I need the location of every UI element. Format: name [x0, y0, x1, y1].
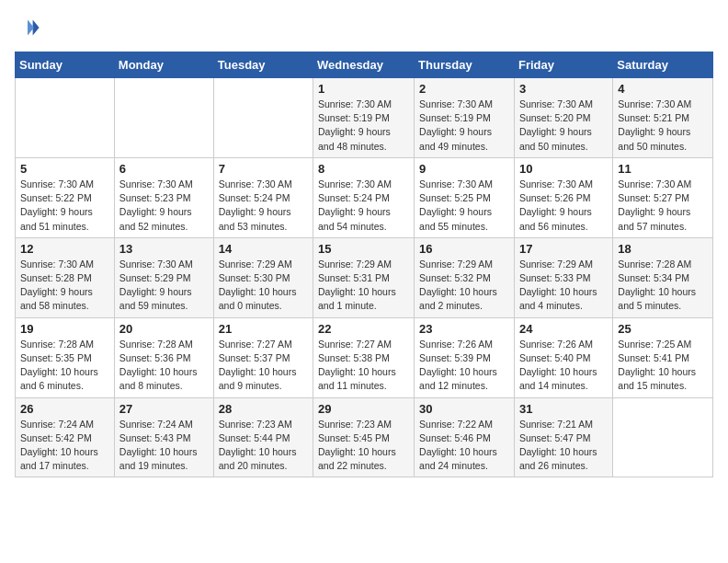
day-number: 2: [419, 82, 509, 96]
calendar-cell: 7Sunrise: 7:30 AM Sunset: 5:24 PM Daylig…: [213, 157, 313, 237]
day-detail: Sunrise: 7:25 AM Sunset: 5:41 PM Dayligh…: [618, 338, 708, 394]
day-number: 28: [219, 402, 308, 416]
day-detail: Sunrise: 7:22 AM Sunset: 5:46 PM Dayligh…: [419, 418, 509, 474]
calendar-cell: 9Sunrise: 7:30 AM Sunset: 5:25 PM Daylig…: [415, 157, 515, 237]
calendar-table: SundayMondayTuesdayWednesdayThursdayFrid…: [15, 52, 713, 477]
weekday-header: Sunday: [16, 52, 115, 78]
day-detail: Sunrise: 7:28 AM Sunset: 5:35 PM Dayligh…: [20, 338, 109, 394]
calendar-week-row: 19Sunrise: 7:28 AM Sunset: 5:35 PM Dayli…: [16, 317, 713, 397]
calendar-cell: 2Sunrise: 7:30 AM Sunset: 5:19 PM Daylig…: [415, 78, 515, 158]
day-number: 29: [318, 402, 409, 416]
day-detail: Sunrise: 7:29 AM Sunset: 5:32 PM Dayligh…: [419, 258, 509, 314]
calendar-cell: 19Sunrise: 7:28 AM Sunset: 5:35 PM Dayli…: [16, 317, 115, 397]
calendar-header-row: SundayMondayTuesdayWednesdayThursdayFrid…: [16, 52, 713, 78]
calendar-cell: 10Sunrise: 7:30 AM Sunset: 5:26 PM Dayli…: [514, 157, 612, 237]
calendar-cell: 27Sunrise: 7:24 AM Sunset: 5:43 PM Dayli…: [114, 397, 213, 477]
day-number: 12: [20, 242, 109, 256]
day-detail: Sunrise: 7:26 AM Sunset: 5:40 PM Dayligh…: [519, 338, 608, 394]
weekday-header: Wednesday: [313, 52, 415, 78]
day-detail: Sunrise: 7:23 AM Sunset: 5:44 PM Dayligh…: [219, 418, 308, 474]
day-number: 21: [219, 322, 308, 336]
day-detail: Sunrise: 7:27 AM Sunset: 5:38 PM Dayligh…: [318, 338, 409, 394]
day-detail: Sunrise: 7:30 AM Sunset: 5:24 PM Dayligh…: [318, 178, 409, 234]
day-detail: Sunrise: 7:30 AM Sunset: 5:22 PM Dayligh…: [20, 178, 109, 234]
calendar-cell: 12Sunrise: 7:30 AM Sunset: 5:28 PM Dayli…: [16, 237, 115, 317]
calendar-cell: [114, 78, 213, 158]
day-detail: Sunrise: 7:30 AM Sunset: 5:23 PM Dayligh…: [119, 178, 209, 234]
weekday-header: Monday: [114, 52, 213, 78]
day-detail: Sunrise: 7:27 AM Sunset: 5:37 PM Dayligh…: [219, 338, 308, 394]
day-number: 9: [419, 162, 509, 176]
day-number: 20: [119, 322, 209, 336]
calendar-cell: 15Sunrise: 7:29 AM Sunset: 5:31 PM Dayli…: [313, 237, 415, 317]
calendar-cell: [213, 78, 313, 158]
day-detail: Sunrise: 7:30 AM Sunset: 5:27 PM Dayligh…: [618, 178, 708, 234]
day-detail: Sunrise: 7:28 AM Sunset: 5:34 PM Dayligh…: [618, 258, 708, 314]
day-detail: Sunrise: 7:30 AM Sunset: 5:24 PM Dayligh…: [219, 178, 308, 234]
day-number: 23: [419, 322, 509, 336]
calendar-cell: 11Sunrise: 7:30 AM Sunset: 5:27 PM Dayli…: [613, 157, 713, 237]
day-number: 10: [519, 162, 608, 176]
calendar-cell: 5Sunrise: 7:30 AM Sunset: 5:22 PM Daylig…: [16, 157, 115, 237]
calendar-cell: 4Sunrise: 7:30 AM Sunset: 5:21 PM Daylig…: [613, 78, 713, 158]
calendar-cell: 13Sunrise: 7:30 AM Sunset: 5:29 PM Dayli…: [114, 237, 213, 317]
day-number: 1: [318, 82, 409, 96]
day-number: 30: [419, 402, 509, 416]
day-detail: Sunrise: 7:24 AM Sunset: 5:42 PM Dayligh…: [20, 418, 109, 474]
day-detail: Sunrise: 7:29 AM Sunset: 5:33 PM Dayligh…: [519, 258, 608, 314]
calendar-week-row: 5Sunrise: 7:30 AM Sunset: 5:22 PM Daylig…: [16, 157, 713, 237]
calendar-cell: 1Sunrise: 7:30 AM Sunset: 5:19 PM Daylig…: [313, 78, 415, 158]
day-number: 25: [618, 322, 708, 336]
day-detail: Sunrise: 7:30 AM Sunset: 5:25 PM Dayligh…: [419, 178, 509, 234]
weekday-header: Tuesday: [213, 52, 313, 78]
day-detail: Sunrise: 7:30 AM Sunset: 5:28 PM Dayligh…: [20, 258, 109, 314]
calendar-week-row: 1Sunrise: 7:30 AM Sunset: 5:19 PM Daylig…: [16, 78, 713, 158]
day-number: 17: [519, 242, 608, 256]
day-detail: Sunrise: 7:28 AM Sunset: 5:36 PM Dayligh…: [119, 338, 209, 394]
calendar-cell: 21Sunrise: 7:27 AM Sunset: 5:37 PM Dayli…: [213, 317, 313, 397]
calendar-cell: [16, 78, 115, 158]
day-detail: Sunrise: 7:23 AM Sunset: 5:45 PM Dayligh…: [318, 418, 409, 474]
weekday-header: Thursday: [415, 52, 515, 78]
day-detail: Sunrise: 7:26 AM Sunset: 5:39 PM Dayligh…: [419, 338, 509, 394]
calendar-cell: 29Sunrise: 7:23 AM Sunset: 5:45 PM Dayli…: [313, 397, 415, 477]
day-detail: Sunrise: 7:30 AM Sunset: 5:20 PM Dayligh…: [519, 98, 608, 154]
day-detail: Sunrise: 7:29 AM Sunset: 5:31 PM Dayligh…: [318, 258, 409, 314]
day-number: 8: [318, 162, 409, 176]
day-detail: Sunrise: 7:30 AM Sunset: 5:29 PM Dayligh…: [119, 258, 209, 314]
day-number: 27: [119, 402, 209, 416]
weekday-header: Friday: [514, 52, 612, 78]
calendar-cell: 24Sunrise: 7:26 AM Sunset: 5:40 PM Dayli…: [514, 317, 612, 397]
day-number: 24: [519, 322, 608, 336]
day-number: 3: [519, 82, 608, 96]
calendar-cell: [613, 397, 713, 477]
day-detail: Sunrise: 7:29 AM Sunset: 5:30 PM Dayligh…: [219, 258, 308, 314]
calendar-week-row: 12Sunrise: 7:30 AM Sunset: 5:28 PM Dayli…: [16, 237, 713, 317]
day-number: 15: [318, 242, 409, 256]
calendar-cell: 17Sunrise: 7:29 AM Sunset: 5:33 PM Dayli…: [514, 237, 612, 317]
day-number: 16: [419, 242, 509, 256]
logo: [15, 15, 42, 40]
calendar-cell: 23Sunrise: 7:26 AM Sunset: 5:39 PM Dayli…: [415, 317, 515, 397]
day-number: 31: [519, 402, 608, 416]
day-number: 11: [618, 162, 708, 176]
calendar-cell: 26Sunrise: 7:24 AM Sunset: 5:42 PM Dayli…: [16, 397, 115, 477]
day-number: 6: [119, 162, 209, 176]
day-detail: Sunrise: 7:30 AM Sunset: 5:26 PM Dayligh…: [519, 178, 608, 234]
day-number: 18: [618, 242, 708, 256]
calendar-cell: 31Sunrise: 7:21 AM Sunset: 5:47 PM Dayli…: [514, 397, 612, 477]
calendar-cell: 3Sunrise: 7:30 AM Sunset: 5:20 PM Daylig…: [514, 78, 612, 158]
calendar-cell: 16Sunrise: 7:29 AM Sunset: 5:32 PM Dayli…: [415, 237, 515, 317]
calendar-cell: 22Sunrise: 7:27 AM Sunset: 5:38 PM Dayli…: [313, 317, 415, 397]
day-number: 13: [119, 242, 209, 256]
calendar-week-row: 26Sunrise: 7:24 AM Sunset: 5:42 PM Dayli…: [16, 397, 713, 477]
day-detail: Sunrise: 7:30 AM Sunset: 5:19 PM Dayligh…: [318, 98, 409, 154]
calendar-cell: 25Sunrise: 7:25 AM Sunset: 5:41 PM Dayli…: [613, 317, 713, 397]
calendar-cell: 8Sunrise: 7:30 AM Sunset: 5:24 PM Daylig…: [313, 157, 415, 237]
calendar-cell: 14Sunrise: 7:29 AM Sunset: 5:30 PM Dayli…: [213, 237, 313, 317]
day-number: 4: [618, 82, 708, 96]
day-detail: Sunrise: 7:24 AM Sunset: 5:43 PM Dayligh…: [119, 418, 209, 474]
day-detail: Sunrise: 7:30 AM Sunset: 5:21 PM Dayligh…: [618, 98, 708, 154]
day-detail: Sunrise: 7:21 AM Sunset: 5:47 PM Dayligh…: [519, 418, 608, 474]
day-detail: Sunrise: 7:30 AM Sunset: 5:19 PM Dayligh…: [419, 98, 509, 154]
